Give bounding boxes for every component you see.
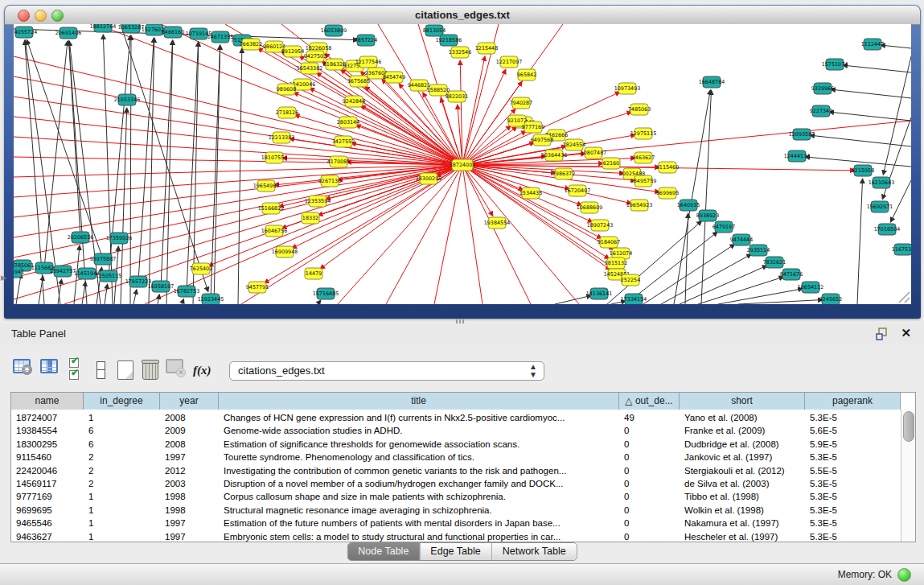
graph-node[interactable]: 989608 [277,84,296,95]
delete-table-icon[interactable] [140,359,161,381]
graph-node[interactable]: 9427503 [304,51,326,62]
graph-edge[interactable] [434,165,462,304]
graph-node[interactable]: 12975115 [630,128,657,139]
graph-edge[interactable] [810,135,911,146]
table-row[interactable]: 911546021997Tourette syndrome. Phenomeno… [11,451,901,463]
graph-node[interactable]: 9115460 [656,162,679,173]
graph-node[interactable]: 3675685 [347,76,370,87]
graph-edge[interactable] [133,290,137,304]
graph-node[interactable]: 9227343 [810,105,832,117]
graph-edge[interactable] [318,300,321,304]
graph-node[interactable]: 20206556 [68,232,94,243]
vertical-scrollbar[interactable] [901,410,915,542]
table-row[interactable]: 946554611997Estimation of the future num… [11,517,901,529]
graph-node[interactable]: 4170085 [327,156,350,167]
graph-edge[interactable] [857,179,863,304]
graph-node[interactable]: 7485063 [628,104,651,115]
graph-node[interactable]: 24055724 [14,27,37,38]
graph-node[interactable]: 6497568 [531,134,553,146]
scrollbar-thumb[interactable] [903,411,914,442]
graph-edge[interactable] [145,165,462,304]
graph-node[interactable]: 10654112 [798,282,824,293]
merge-cells-icon[interactable] [90,359,111,381]
graph-node[interactable]: 17334154 [621,294,647,304]
graph-node[interactable]: 17016504 [874,224,901,235]
table-row[interactable]: 946362711997Embryonic stem cells: a mode… [11,530,901,542]
graph-node[interactable]: 7832621 [763,257,786,268]
graph-edge[interactable] [161,40,173,286]
graph-edge[interactable] [14,76,462,165]
graph-edge[interactable] [82,282,85,304]
graph-edge[interactable] [661,254,751,304]
graph-node[interactable]: 12353594 [305,196,331,207]
graph-edge[interactable] [238,48,242,304]
graph-node[interactable]: 18332 [302,212,319,224]
graph-edge[interactable] [462,165,610,270]
graph-node[interactable]: 16210643 [869,177,895,188]
table-settings-icon[interactable] [13,359,34,381]
graph-node[interactable]: 16053809 [321,25,347,36]
graph-node[interactable]: 12444134 [784,150,811,162]
tab-node-table[interactable]: Node Table [347,543,419,560]
graph-edge[interactable] [214,45,220,304]
graph-edge[interactable] [16,274,21,304]
graph-node[interactable]: 1112447 [861,39,884,50]
graph-edge[interactable] [14,165,462,217]
graph-node[interactable]: 7940287 [510,97,532,109]
graph-edge[interactable] [182,299,183,304]
graph-edge[interactable] [105,284,108,304]
graph-edge[interactable] [386,165,462,304]
graph-edge[interactable] [701,90,712,304]
tab-edge-table[interactable]: Edge Table [419,543,491,560]
graph-edge[interactable] [829,112,911,121]
graph-node[interactable]: 10807487 [581,147,607,159]
column-header-pagerank[interactable]: pagerank [805,393,901,410]
graph-node[interactable]: 8454749 [383,72,405,83]
graph-node[interactable]: 15716485 [313,288,339,299]
graph-node[interactable]: 16720407 [565,185,591,196]
graph-node[interactable]: 8822031 [446,91,468,102]
tab-network-table[interactable]: Network Table [491,543,577,560]
graph-node[interactable]: 2935114 [747,245,770,256]
graph-edge[interactable] [881,45,911,48]
new-file-icon[interactable] [115,359,136,381]
graph-node[interactable]: 7663822 [240,39,262,50]
graph-node[interactable]: 12213383 [269,132,295,143]
graph-node[interactable]: 1167533 [892,244,911,255]
graph-node[interactable]: 9457791 [246,282,269,293]
graph-node[interactable]: 8912954 [281,46,304,57]
graph-node[interactable]: 14479 [305,268,322,279]
graph-node[interactable]: 2803144 [337,117,359,128]
graph-node[interactable]: 8466160 [162,27,184,38]
graph-node[interactable]: 6479197 [713,221,735,233]
graph-edge[interactable] [39,276,43,304]
graph-edge[interactable] [187,42,199,291]
graph-node[interactable]: 8471676 [780,269,803,280]
graph-node[interactable]: 1534435 [519,187,542,199]
graph-node[interactable]: 7625402 [190,263,212,274]
close-panel-icon[interactable]: ✕ [901,326,911,340]
collapsed-panel-arrow-icon[interactable]: ▶ [1,274,6,282]
graph-node[interactable]: 1824554 [563,139,585,150]
column-header-name[interactable]: name [11,393,84,410]
column-select-icon[interactable] [40,359,61,381]
table-row[interactable]: 1872400712008Changes of HCN gene express… [11,411,901,424]
graph-node[interactable]: 9699695 [656,187,679,199]
graph-node[interactable]: 15166822 [258,203,285,214]
column-header-out-de-[interactable]: △ out_de... [619,393,680,410]
graph-node[interactable]: 16046756 [261,225,288,237]
table-row[interactable]: 977716911998Corpus callosum shape and si… [11,490,901,503]
graph-node[interactable]: 7857224 [355,35,377,46]
graph-node[interactable]: 9245652 [819,294,842,304]
function-builder-icon[interactable]: f(x) [193,359,214,381]
graph-node[interactable]: 20691406 [55,27,82,39]
graph-node[interactable]: 9474444 [730,234,753,245]
graph-node[interactable]: 19654987 [253,180,280,192]
graph-edge[interactable] [211,45,220,299]
column-header-short[interactable]: short [680,393,805,410]
graph-node[interactable]: 10653287 [118,24,145,33]
graph-node[interactable]: 9267130 [318,175,341,187]
graph-node[interactable]: 12217097 [496,56,523,68]
graph-node[interactable]: 1215448 [475,43,498,54]
graph-node[interactable]: 8215958 [852,165,874,176]
